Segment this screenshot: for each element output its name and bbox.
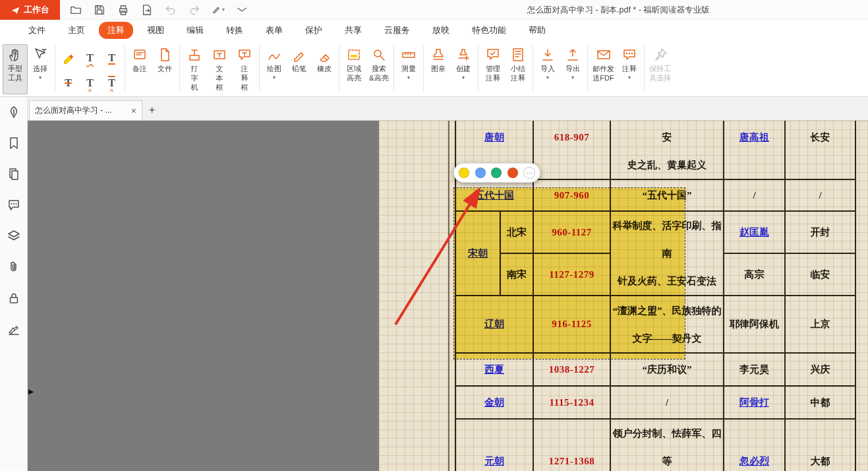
export-icon[interactable] (140, 3, 154, 16)
pages-icon[interactable] (6, 167, 22, 181)
ribbon-divider (478, 46, 478, 92)
dates-cell: 1115-1234 (533, 386, 610, 419)
redo-icon[interactable] (188, 3, 201, 16)
callout-button[interactable]: 注 释 框 (232, 44, 257, 94)
ribbon-divider (339, 46, 339, 92)
text-markup-group: T T T T^ T^ (57, 47, 123, 94)
measure-button[interactable]: 测量 ▾ (396, 44, 421, 94)
note-icon (131, 46, 148, 63)
document-canvas: ▶ 唐朝 618-907 武则天建周、开元盛世、安史之乱、黄巢起义 唐高祖 长安 (28, 121, 868, 471)
capital-cell: 上京 (785, 296, 855, 353)
textbox-button[interactable]: 文 本 框 (207, 44, 232, 94)
customize-toolbar-chevron-icon[interactable] (235, 3, 248, 16)
create-stamp-button[interactable]: 创建 ▾ (451, 44, 476, 94)
note-button[interactable]: 备注 (127, 44, 152, 94)
founder-cell: / (724, 179, 785, 211)
export-caret-icon: ▾ (571, 75, 574, 80)
bookmark-icon[interactable] (6, 136, 22, 150)
eraser-button[interactable]: 橡皮 (312, 44, 337, 94)
menu-home[interactable]: 主页 (59, 22, 94, 39)
comment-tools-button[interactable]: 注释 ▾ (617, 44, 642, 94)
squiggly-underline-button[interactable]: T (80, 48, 100, 68)
dynasty-cell: 金朝 (455, 386, 533, 419)
hand-icon (7, 46, 24, 63)
stamp-button[interactable]: 图章 (426, 44, 451, 94)
panel-expand-handle[interactable]: ▶ (28, 387, 34, 396)
quick-access-toolbar: ▾ (69, 3, 248, 16)
select-cursor-icon (32, 46, 49, 63)
color-swatch-blue[interactable] (475, 168, 486, 178)
founder-cell: 高宗 (724, 253, 785, 296)
layers-icon[interactable] (6, 229, 22, 243)
workspace-button[interactable]: 工作台 (0, 0, 60, 20)
highlight-button[interactable] (59, 48, 78, 68)
titlebar: 工作台 ▾ 怎么面对高中学习 - 副本.pdf * - 福昕阅读器专业版 (0, 0, 868, 20)
more-options-icon[interactable]: ··· (523, 167, 535, 179)
menu-cloud[interactable]: 云服务 (376, 22, 419, 39)
menu-convert[interactable]: 转换 (217, 22, 252, 39)
search-highlight-button[interactable]: 搜索 &高亮 (366, 44, 391, 94)
create-caret-icon: ▾ (462, 75, 465, 80)
area-highlight-button[interactable]: 区域 高亮 (341, 44, 366, 94)
drawing-icon (266, 46, 283, 63)
insert-text-button[interactable]: T^ (80, 73, 100, 93)
capital-cell: 开封 (785, 211, 855, 253)
drawing-button[interactable]: 绘图 ▾ (262, 44, 287, 94)
menu-present[interactable]: 放映 (424, 22, 458, 39)
security-lock-icon[interactable] (6, 291, 22, 305)
envelope-icon (595, 46, 612, 63)
menu-comment[interactable]: 注释 (99, 22, 133, 39)
ribbon-divider (644, 46, 645, 92)
stamp-icon (430, 46, 447, 63)
replace-text-button[interactable]: T^ (102, 73, 122, 93)
keep-tool-selected-button[interactable]: 保持工 具选择 (647, 44, 674, 94)
typewriter-button[interactable]: 打 字 机 (182, 44, 207, 94)
email-fdf-button[interactable]: 邮件发 送FDF (590, 44, 617, 94)
strikeout-button[interactable]: T (59, 73, 78, 93)
color-swatch-red[interactable] (507, 168, 518, 178)
annotation-quill-icon[interactable] (6, 105, 22, 119)
menu-form[interactable]: 表单 (257, 22, 291, 39)
color-swatch-green[interactable] (491, 168, 502, 178)
menu-view[interactable]: 视图 (138, 22, 173, 39)
menu-protect[interactable]: 保护 (297, 22, 331, 39)
signature-pen-icon[interactable] (6, 322, 22, 336)
table-row-jin: 金朝 1115-1234 / 阿骨打 中都 (455, 386, 855, 419)
ribbon-divider (587, 46, 588, 92)
hand-tool-button[interactable]: 手型 工具 (3, 44, 28, 94)
callout-icon (236, 46, 253, 63)
menu-share[interactable]: 共享 (336, 22, 370, 39)
summarize-comments-button[interactable]: 小结 注释 (506, 44, 531, 94)
save-icon[interactable] (93, 3, 106, 16)
new-tab-button[interactable]: + (149, 104, 155, 116)
typewriter-icon (186, 46, 203, 63)
highlight-annotation[interactable] (453, 187, 685, 360)
color-swatch-yellow[interactable] (459, 168, 469, 178)
comments-panel-icon[interactable] (6, 198, 22, 212)
export-comments-button[interactable]: 导出 ▾ (560, 44, 585, 94)
file-attachment-button[interactable]: 文件 (152, 44, 177, 94)
pencil-button[interactable]: 铅笔 (287, 44, 312, 94)
events-cell: 领户分封制、怯薛军、四等民族划分、元曲灿烂辉煌 (610, 419, 724, 471)
underline-button[interactable]: T (102, 48, 122, 68)
tab-close-icon[interactable]: × (131, 106, 136, 115)
area-highlight-icon (345, 46, 362, 63)
format-brush-icon[interactable]: ▾ (212, 3, 225, 16)
print-icon[interactable] (117, 3, 130, 16)
open-file-icon[interactable] (69, 3, 82, 16)
manage-comments-button[interactable]: 管理 注释 (480, 44, 506, 94)
highlight-fill (454, 188, 685, 359)
undo-icon[interactable] (164, 3, 177, 16)
menu-file[interactable]: 文件 (20, 22, 54, 39)
menu-help[interactable]: 帮助 (520, 22, 554, 39)
foxit-logo-icon (11, 5, 20, 15)
comment-caret-icon: ▾ (628, 75, 631, 80)
menu-edit[interactable]: 编辑 (178, 22, 212, 39)
document-tab[interactable]: 怎么面对高中学习 - ... × (29, 100, 142, 120)
menu-features[interactable]: 特色功能 (463, 22, 515, 39)
attachments-paperclip-icon[interactable] (6, 260, 22, 274)
eraser-icon (316, 46, 333, 63)
select-tool-button[interactable]: 选择 ▾ (28, 44, 53, 94)
import-comments-button[interactable]: 导入 ▾ (535, 44, 560, 94)
ribbon-divider (55, 46, 55, 92)
